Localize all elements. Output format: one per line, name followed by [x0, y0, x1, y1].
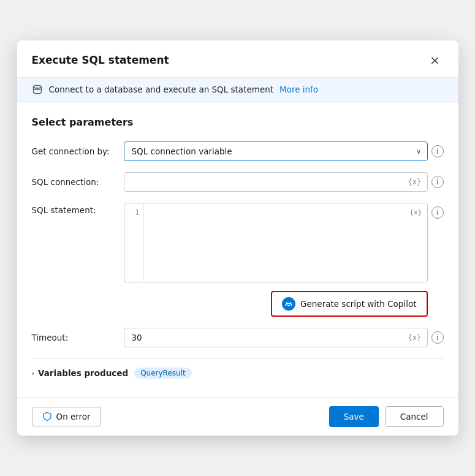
- more-info-link[interactable]: More info: [279, 85, 318, 94]
- variables-label: Variables produced: [38, 368, 128, 378]
- connection-row: Get connection by: SQL connection variab…: [32, 142, 444, 161]
- connection-control-wrapper: SQL connection variable ∨ i: [124, 142, 444, 161]
- banner-text: Connect to a database and execute an SQL…: [49, 85, 274, 94]
- copilot-row: Generate script with Copilot: [32, 291, 444, 317]
- shield-icon: [42, 412, 52, 421]
- editor-xvar-button[interactable]: {x}: [409, 208, 422, 216]
- connection-info-icon[interactable]: i: [431, 145, 444, 157]
- variables-row: › Variables produced QueryResult: [32, 358, 444, 383]
- sql-statement-wrapper: 1 {x} i: [124, 203, 444, 282]
- sql-textarea[interactable]: [149, 207, 405, 287]
- dialog-overlay: Execute SQL statement × Connect to a dat…: [0, 0, 475, 476]
- timeout-info-icon[interactable]: i: [431, 331, 444, 344]
- cancel-button[interactable]: Cancel: [385, 406, 444, 427]
- svg-point-3: [290, 303, 292, 304]
- timeout-row: Timeout: {x} i: [32, 328, 444, 347]
- sql-connection-control-wrapper: {x} i: [124, 172, 444, 192]
- save-button[interactable]: Save: [329, 406, 379, 427]
- footer-right: Save Cancel: [329, 406, 444, 427]
- dialog-header: Execute SQL statement ×: [17, 40, 458, 78]
- dialog-title: Execute SQL statement: [32, 54, 169, 66]
- on-error-button[interactable]: On error: [32, 407, 101, 426]
- sql-connection-row: SQL connection: {x} i: [32, 172, 444, 192]
- sql-statement-info-icon[interactable]: i: [431, 206, 444, 219]
- timeout-label: Timeout:: [32, 328, 118, 342]
- svg-point-2: [286, 303, 288, 304]
- sql-statement-label: SQL statement:: [32, 203, 118, 215]
- sql-connection-label: SQL connection:: [32, 172, 118, 187]
- connection-select[interactable]: SQL connection variable: [124, 142, 428, 161]
- variables-toggle-button[interactable]: › Variables produced: [32, 368, 129, 378]
- sql-connection-input-wrapper: {x}: [124, 172, 428, 192]
- dialog-footer: On error Save Cancel: [17, 397, 458, 436]
- copilot-btn-label: Generate script with Copilot: [300, 299, 417, 309]
- copilot-icon: [282, 297, 295, 311]
- query-result-badge: QueryResult: [134, 368, 192, 379]
- close-button[interactable]: ×: [427, 51, 444, 69]
- chevron-right-icon: ›: [32, 369, 35, 377]
- dialog-body: Select parameters Get connection by: SQL…: [17, 102, 458, 397]
- editor-content: {x}: [144, 203, 427, 282]
- connection-label: Get connection by:: [32, 142, 118, 156]
- timeout-input-wrapper: {x}: [124, 328, 428, 347]
- connection-select-wrapper: SQL connection variable ∨: [124, 142, 428, 161]
- section-title: Select parameters: [32, 116, 444, 128]
- line-numbers: 1: [124, 203, 144, 282]
- dialog: Execute SQL statement × Connect to a dat…: [17, 40, 458, 436]
- timeout-control-wrapper: {x} i: [124, 328, 444, 347]
- sql-statement-row: SQL statement: 1 {x} i: [32, 203, 444, 282]
- database-icon: [32, 84, 43, 95]
- timeout-input[interactable]: [124, 328, 428, 347]
- sql-connection-info-icon[interactable]: i: [431, 176, 444, 188]
- copilot-button[interactable]: Generate script with Copilot: [271, 291, 428, 317]
- info-banner: Connect to a database and execute an SQL…: [17, 78, 458, 102]
- code-editor-container: 1 {x}: [124, 203, 428, 282]
- on-error-label: On error: [56, 412, 91, 421]
- line-number-1: 1: [135, 207, 139, 219]
- sql-connection-input[interactable]: [124, 172, 428, 192]
